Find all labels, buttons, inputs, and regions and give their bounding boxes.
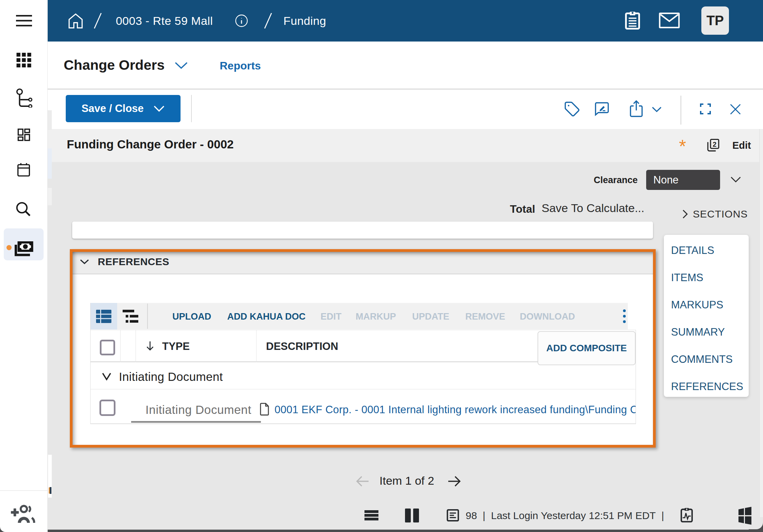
svg-text:2: 2 (713, 141, 716, 148)
